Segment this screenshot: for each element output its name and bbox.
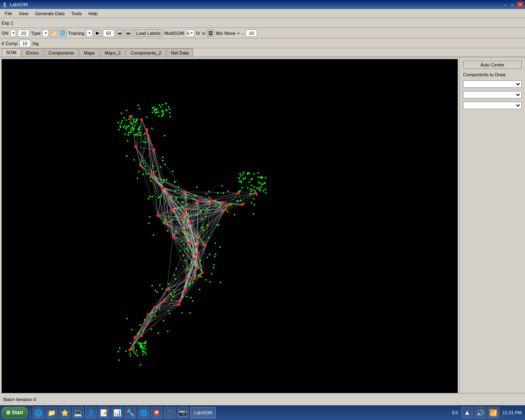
toolbar-comp: # Comp Sig	[0, 39, 525, 48]
load-labels-button[interactable]: Load Labels	[134, 30, 163, 37]
sig-label: Sig	[32, 41, 39, 46]
minus-label: –	[242, 31, 244, 36]
tab-maps[interactable]: Maps	[79, 48, 99, 57]
status-bar: Batch Iteration 0	[0, 393, 525, 405]
tray-icon-1[interactable]: ▲	[461, 407, 473, 418]
title-text: LabSOM	[10, 2, 27, 7]
taskbar-icon-6[interactable]: 📝	[98, 407, 110, 418]
taskbar-app-labsom[interactable]: LabSOM	[190, 407, 215, 418]
tab-net-data[interactable]: Net Data	[167, 48, 193, 57]
taskbar-icon-8[interactable]: 🔧	[125, 407, 136, 418]
language-indicator: ES	[450, 410, 460, 415]
tab-errors[interactable]: Errors	[22, 48, 43, 57]
auto-center-button[interactable]: Auto Center	[463, 61, 522, 69]
tab-som[interactable]: SOM	[2, 48, 21, 57]
on-label: ON	[2, 31, 9, 36]
multisom-label: MultiSOM	[164, 31, 184, 36]
taskbar-icon-12[interactable]: 📷	[177, 407, 189, 418]
comp-input[interactable]	[19, 40, 31, 47]
taskbar-icon-11[interactable]: 🎵	[164, 407, 176, 418]
nav-prev[interactable]: ⏮	[116, 30, 123, 37]
img-icon[interactable]: 🖼	[207, 30, 214, 37]
taskbar: ⊞ Start 🌐 📁 ⭐ 💻 👤 📝 📊 🔧 🌐 📮 🎵 📷 LabSOM E…	[0, 405, 525, 420]
window-controls[interactable]: – □ ✕	[502, 2, 523, 7]
components-dropdown-2[interactable]	[463, 91, 522, 98]
training-label: Training	[68, 31, 84, 36]
start-button[interactable]: ⊞ Start	[2, 407, 27, 418]
menu-file[interactable]: File	[2, 10, 16, 17]
windows-logo: ⊞	[6, 410, 10, 415]
taskbar-icon-10[interactable]: 📮	[151, 407, 162, 418]
taskbar-divider	[30, 407, 30, 418]
mix-label: Mix	[216, 31, 223, 36]
menu-bar: File View Generate Data Tools Help	[0, 9, 525, 18]
menu-tools[interactable]: Tools	[68, 10, 85, 17]
start-label: Start	[12, 410, 23, 415]
right-panel: Auto Center Components to Draw	[459, 57, 525, 408]
tray-icon-2[interactable]: 🔊	[475, 407, 486, 418]
tab-maps-2[interactable]: Maps_2	[100, 48, 125, 57]
nav-next[interactable]: ⏭	[125, 30, 132, 37]
exp-label: Exp 1	[2, 21, 13, 25]
system-tray: ES ▲ 🔊 📶 11:31 PM	[450, 407, 523, 418]
maximize-button[interactable]: □	[509, 2, 516, 7]
menu-help[interactable]: Help	[85, 10, 101, 17]
app-icon: 🔬	[2, 2, 7, 7]
som-visualization[interactable]: ◀ ▶	[2, 59, 458, 406]
comp-label: # Comp	[2, 41, 18, 46]
vi-label: vi	[202, 31, 205, 36]
window-title: 🔬 LabSOM	[2, 2, 27, 7]
play-button[interactable]: ▶	[94, 30, 101, 37]
components-dropdown-1[interactable]	[463, 80, 522, 88]
som-canvas	[2, 59, 458, 400]
taskbar-icon-9[interactable]: 🌐	[138, 407, 149, 418]
tab-components-2[interactable]: Components_2	[126, 48, 166, 57]
tray-icon-3[interactable]: 📶	[488, 407, 499, 418]
on-dropdown[interactable]	[10, 30, 16, 37]
tab-bar: SOM Errors Components Maps Maps_2 Compon…	[0, 48, 525, 57]
taskbar-icon-2[interactable]: 📁	[46, 407, 57, 418]
num-input[interactable]	[246, 30, 257, 37]
title-bar: 🔬 LabSOM – □ ✕	[0, 0, 525, 9]
components-dropdown-3[interactable]	[463, 102, 522, 109]
training-dropdown[interactable]	[86, 30, 92, 37]
plus-label: +	[237, 31, 240, 36]
menu-generate-data[interactable]: Generate Data	[32, 10, 68, 17]
taskbar-icon-5[interactable]: 👤	[85, 407, 97, 418]
system-time: 11:31 PM	[501, 410, 523, 415]
type-icon2[interactable]: 🌐	[59, 30, 66, 37]
tab-components[interactable]: Components	[44, 48, 78, 57]
minimize-button[interactable]: –	[502, 2, 509, 7]
on-value-input[interactable]	[18, 30, 29, 37]
taskbar-icon-1[interactable]: 🌐	[33, 407, 44, 418]
components-to-draw-label: Components to Draw	[463, 72, 522, 77]
type-dropdown[interactable]	[42, 30, 48, 37]
taskbar-icon-3[interactable]: ⭐	[59, 407, 71, 418]
menu-view[interactable]: View	[16, 10, 32, 17]
batch-iteration-label: Batch Iteration	[3, 397, 32, 402]
close-button[interactable]: ✕	[517, 2, 523, 7]
taskbar-icon-7[interactable]: 📊	[112, 407, 123, 418]
iteration-value: 0	[34, 397, 36, 402]
multisom-dropdown[interactable]: 6	[186, 30, 194, 37]
type-label: Type	[31, 31, 41, 36]
toolbar-exp: Exp 1	[0, 18, 525, 28]
toolbar-main: ON Type 📂 🌐 Training ▶ ⏮ ⏭ Load Labels M…	[0, 28, 525, 39]
taskbar-icon-4[interactable]: 💻	[72, 407, 84, 418]
iv-label: IV	[196, 31, 200, 36]
main-area: ◀ ▶ Auto Center Components to Draw	[0, 57, 525, 408]
type-icon1[interactable]: 📂	[50, 30, 57, 37]
move-label: Move	[224, 31, 235, 36]
iterations-input[interactable]	[103, 30, 114, 37]
